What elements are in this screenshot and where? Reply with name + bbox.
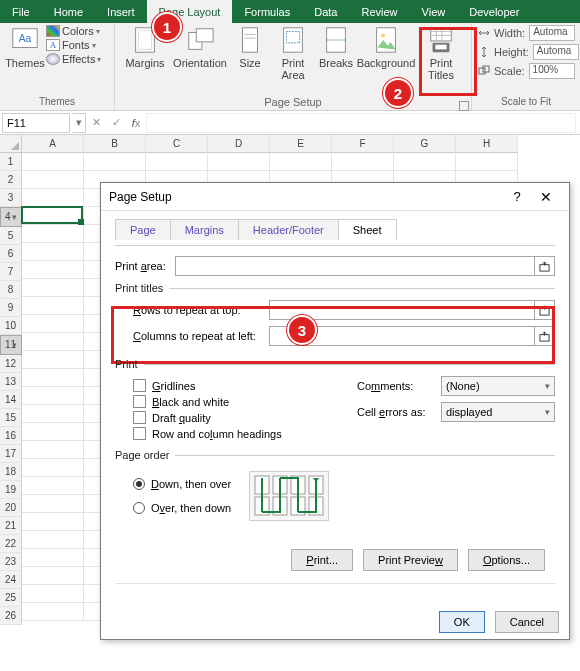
scale-scale-input[interactable]: 100% [529,63,575,79]
gridlines-checkbox[interactable]: Gridlines [133,379,331,392]
column-header[interactable]: A [22,135,84,153]
cell[interactable] [22,333,84,351]
row-header[interactable]: 14 [0,391,22,409]
row-col-headings-checkbox[interactable]: Row and column headings [133,427,331,440]
cell[interactable] [22,225,84,243]
row-header[interactable]: 9 [0,299,22,317]
row-header[interactable]: 3 [0,189,22,207]
print-area-button[interactable]: Print Area [269,25,317,81]
dialog-close-button[interactable]: ✕ [531,183,561,211]
page-setup-dialog-launcher[interactable] [459,101,469,111]
column-header[interactable]: C [146,135,208,153]
print-button[interactable]: Print... [291,549,353,571]
ok-button[interactable]: OK [439,611,485,633]
row-header[interactable]: 25 [0,589,22,607]
tab-formulas[interactable]: Formulas [232,0,302,23]
cell[interactable] [22,477,84,495]
print-area-input[interactable] [175,256,535,276]
row-header[interactable]: 17 [0,445,22,463]
rows-repeat-ref-button[interactable] [535,300,555,320]
row-header[interactable]: 7 [0,263,22,281]
row-header[interactable]: 22 [0,535,22,553]
row-header[interactable]: 19 [0,481,22,499]
cell[interactable] [84,153,146,171]
cell[interactable] [22,171,84,189]
cell[interactable] [22,207,84,225]
cell[interactable] [22,189,84,207]
enter-formula-icon[interactable]: ✓ [106,116,126,129]
tab-developer[interactable]: Developer [457,0,531,23]
options-button[interactable]: Options... [468,549,545,571]
cell[interactable] [22,513,84,531]
row-header[interactable]: 10 [0,317,22,335]
row-header[interactable]: 16 [0,427,22,445]
cell[interactable] [332,153,394,171]
cell[interactable] [22,423,84,441]
cell[interactable] [146,153,208,171]
cancel-formula-icon[interactable]: ✕ [86,116,106,129]
breaks-button[interactable]: Breaks [317,25,355,69]
background-button[interactable]: Background [355,25,417,69]
cell[interactable] [22,315,84,333]
cell[interactable] [270,153,332,171]
row-header[interactable]: 21 [0,517,22,535]
column-header[interactable]: D [208,135,270,153]
column-header[interactable]: E [270,135,332,153]
cell[interactable] [22,441,84,459]
dialog-tab-sheet[interactable]: Sheet [338,219,397,240]
cell[interactable] [22,603,84,621]
cell[interactable] [22,567,84,585]
row-header[interactable]: 26 [0,607,22,625]
print-titles-button[interactable]: Print Titles [417,25,465,81]
cell[interactable] [22,351,84,369]
cell[interactable] [22,585,84,603]
fx-icon[interactable]: fx [126,117,146,129]
tab-data[interactable]: Data [302,0,349,23]
row-header[interactable]: 2 [0,171,22,189]
row-header[interactable]: 8 [0,281,22,299]
cell[interactable] [22,279,84,297]
column-header[interactable]: H [456,135,518,153]
cell[interactable] [22,405,84,423]
dialog-tab-margins[interactable]: Margins [170,219,239,240]
down-then-over-radio[interactable]: Down, then over [133,478,231,490]
themes-fonts-button[interactable]: AFonts ▾ [46,39,101,51]
formula-bar[interactable] [146,113,576,133]
row-header[interactable]: 18 [0,463,22,481]
cols-repeat-ref-button[interactable] [535,326,555,346]
select-all-corner[interactable] [0,135,22,153]
black-white-checkbox[interactable]: Black and white [133,395,331,408]
cell[interactable] [456,153,518,171]
name-box[interactable]: F11 [2,113,70,133]
over-then-down-radio[interactable]: Over, then down [133,502,231,514]
draft-quality-checkbox[interactable]: Draft quality [133,411,331,424]
cell-errors-select[interactable]: displayed [441,402,555,422]
comments-select[interactable]: (None) [441,376,555,396]
row-header[interactable]: 5 [0,227,22,245]
row-header[interactable]: 13 [0,373,22,391]
cell[interactable] [22,297,84,315]
cell[interactable] [22,495,84,513]
cell[interactable] [394,153,456,171]
row-header[interactable]: 23 [0,553,22,571]
name-box-dropdown[interactable]: ▾ [72,113,86,133]
dialog-help-button[interactable]: ? [503,189,531,204]
column-header[interactable]: F [332,135,394,153]
tab-file[interactable]: File [0,0,42,23]
tab-insert[interactable]: Insert [95,0,147,23]
column-header[interactable]: G [394,135,456,153]
row-header[interactable]: 12 [0,355,22,373]
tab-review[interactable]: Review [349,0,409,23]
row-header[interactable]: 11 [0,335,22,355]
tab-view[interactable]: View [410,0,458,23]
cell[interactable] [22,153,84,171]
row-header[interactable]: 20 [0,499,22,517]
print-area-ref-button[interactable] [535,256,555,276]
cell[interactable] [22,549,84,567]
cell[interactable] [22,531,84,549]
themes-button[interactable]: Aa Themes [6,25,44,69]
size-button[interactable]: Size [231,25,269,69]
cell[interactable] [22,261,84,279]
themes-effects-button[interactable]: Effects ▾ [46,53,101,65]
cancel-button[interactable]: Cancel [495,611,559,633]
